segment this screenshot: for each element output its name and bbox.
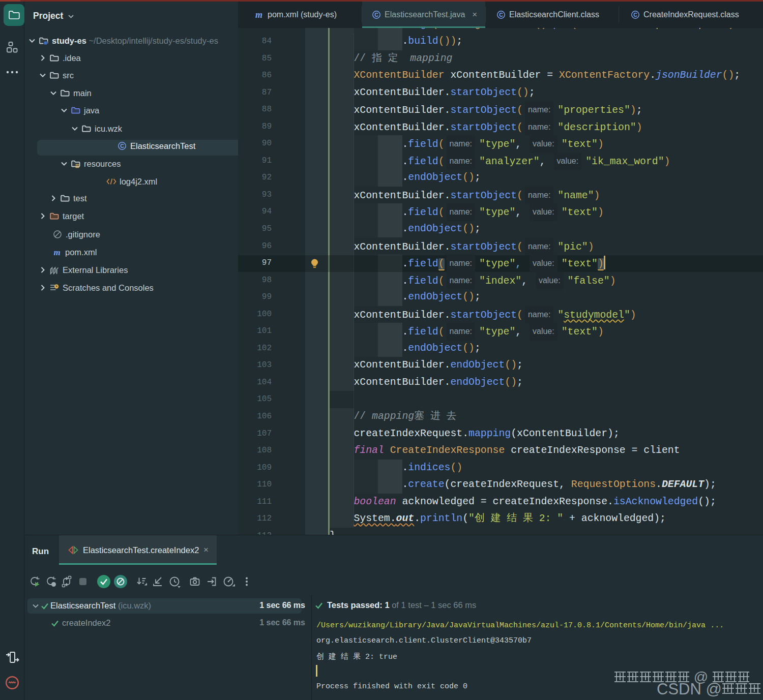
svg-text:C: C — [633, 12, 637, 18]
svg-text:C: C — [499, 12, 503, 18]
svg-text:m: m — [53, 248, 60, 257]
svg-text:C: C — [120, 143, 124, 149]
svg-text:C: C — [374, 12, 378, 18]
svg-text:m: m — [255, 10, 262, 20]
